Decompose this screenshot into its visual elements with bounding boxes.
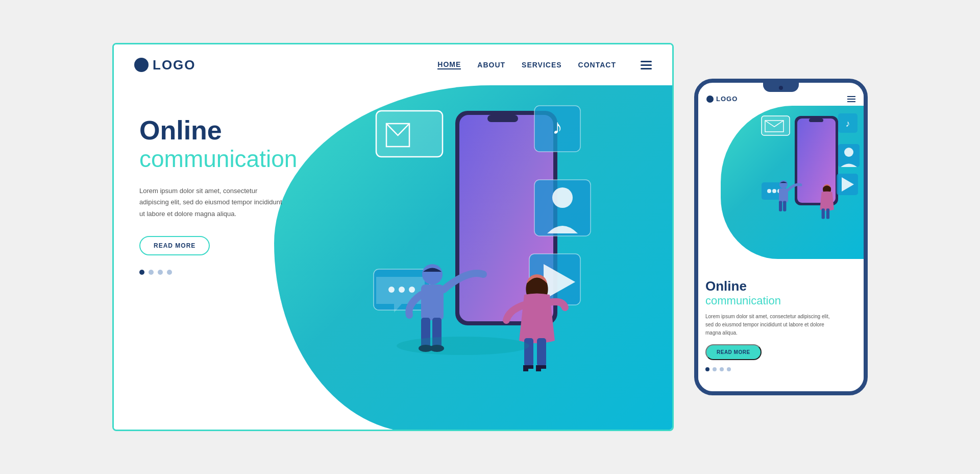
logo-text: LOGO bbox=[153, 57, 196, 73]
svg-point-38 bbox=[779, 180, 788, 188]
hero-illustration: ♪ bbox=[361, 96, 642, 422]
hero-title-online: Online bbox=[139, 116, 292, 145]
mobile-header: LOGO bbox=[698, 92, 864, 106]
svg-point-7 bbox=[552, 187, 573, 208]
mobile-hero: ♪ bbox=[698, 106, 864, 382]
mobile-notch-dot bbox=[779, 86, 783, 90]
hero-description: Lorem ipsum dolor sit amet, consectetur … bbox=[139, 185, 282, 219]
read-more-button[interactable]: READ MORE bbox=[139, 236, 210, 255]
mobile-logo-dot-icon bbox=[706, 96, 714, 103]
dot-4[interactable] bbox=[167, 270, 172, 275]
hero-title-communication: communication bbox=[139, 145, 292, 173]
svg-rect-44 bbox=[826, 208, 829, 219]
logo-area: LOGO bbox=[134, 57, 236, 73]
svg-rect-40 bbox=[779, 201, 782, 211]
mobile-logo-area: LOGO bbox=[706, 95, 738, 103]
nav-links: HOME ABOUT SERVICES CONTACT bbox=[437, 60, 652, 69]
svg-point-23 bbox=[397, 337, 529, 355]
svg-rect-21 bbox=[524, 338, 533, 366]
svg-rect-41 bbox=[783, 201, 786, 211]
svg-text:♪: ♪ bbox=[846, 118, 850, 129]
mobile-hero-description: Lorem ipsum dolor sit amet, consectetur … bbox=[705, 313, 838, 337]
desktop-hero: Online communication Lorem ipsum dolor s… bbox=[114, 85, 672, 431]
dot-2[interactable] bbox=[149, 270, 154, 275]
svg-point-14 bbox=[422, 264, 443, 285]
dot-1[interactable] bbox=[139, 270, 144, 275]
nav-about[interactable]: ABOUT bbox=[477, 61, 505, 69]
svg-text:♪: ♪ bbox=[552, 115, 562, 138]
svg-point-31 bbox=[844, 148, 853, 157]
nav-services[interactable]: SERVICES bbox=[522, 61, 562, 69]
mobile-notch bbox=[763, 83, 799, 92]
dot-3[interactable] bbox=[158, 270, 163, 275]
mobile-illustration: ♪ bbox=[759, 108, 861, 246]
svg-rect-39 bbox=[779, 188, 788, 202]
svg-point-33 bbox=[767, 189, 771, 193]
mobile-dot-4[interactable] bbox=[727, 367, 731, 371]
hero-pagination-dots bbox=[139, 270, 292, 275]
svg-rect-2 bbox=[487, 115, 518, 122]
svg-point-34 bbox=[772, 189, 776, 193]
svg-rect-43 bbox=[822, 208, 825, 219]
desktop-mockup: LOGO HOME ABOUT SERVICES CONTACT Online … bbox=[112, 43, 674, 431]
hamburger-menu-icon[interactable] bbox=[641, 61, 652, 69]
mobile-hero-title-comm: communication bbox=[705, 294, 848, 307]
svg-rect-22 bbox=[537, 338, 546, 366]
mobile-mockup: LOGO bbox=[694, 79, 868, 395]
nav-home[interactable]: HOME bbox=[437, 60, 461, 69]
mobile-dot-2[interactable] bbox=[713, 367, 717, 371]
svg-rect-26 bbox=[809, 118, 823, 122]
mobile-hero-title-online: Online bbox=[705, 278, 848, 294]
mobile-hamburger-icon[interactable] bbox=[847, 96, 855, 102]
mobile-read-more-button[interactable]: READ MORE bbox=[705, 344, 762, 360]
mobile-logo-text: LOGO bbox=[716, 95, 738, 103]
logo-dot-icon bbox=[134, 58, 149, 72]
mobile-dot-3[interactable] bbox=[720, 367, 724, 371]
mobile-dot-1[interactable] bbox=[705, 367, 709, 371]
mobile-hero-content: Online communication Lorem ipsum dolor s… bbox=[705, 278, 848, 371]
desktop-header: LOGO HOME ABOUT SERVICES CONTACT bbox=[114, 44, 672, 85]
mobile-pagination-dots bbox=[705, 367, 848, 371]
nav-contact[interactable]: CONTACT bbox=[578, 61, 616, 69]
hero-left-content: Online communication Lorem ipsum dolor s… bbox=[139, 116, 292, 275]
